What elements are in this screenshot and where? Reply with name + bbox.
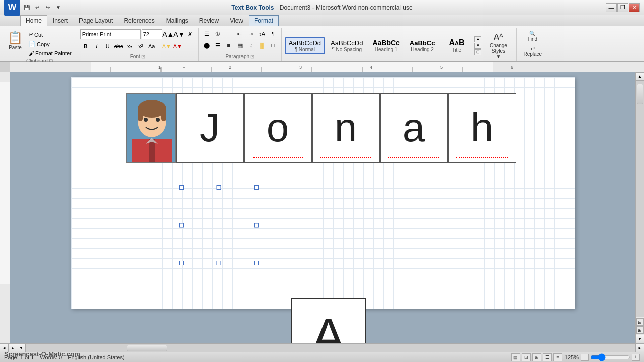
customize-qa-button[interactable]: ▼ — [54, 3, 63, 12]
handle-bottom-center[interactable] — [216, 261, 221, 265]
multilevel-button[interactable]: ≡ — [224, 29, 234, 38]
decrease-indent-button[interactable]: ⇤ — [235, 29, 245, 38]
paragraph-expand-icon[interactable]: ⊡ — [250, 54, 254, 59]
bold-button[interactable]: B — [80, 42, 91, 51]
handle-middle-right[interactable] — [254, 223, 259, 228]
borders-button[interactable]: □ — [268, 41, 278, 50]
show-marks-button[interactable]: ¶ — [268, 29, 278, 38]
handle-top-right[interactable] — [254, 185, 259, 190]
font-expand-icon[interactable]: ⊡ — [141, 54, 145, 59]
tab-view[interactable]: View — [224, 15, 249, 26]
scroll-track[interactable] — [636, 81, 644, 317]
paste-button[interactable]: 📋 Paste — [5, 29, 25, 52]
web-layout-button[interactable]: ⊞ — [532, 353, 541, 361]
redo-button[interactable]: ↪ — [43, 3, 52, 12]
grow-font-button[interactable]: A▲ — [163, 30, 173, 39]
window-controls: — ❐ ✕ — [606, 3, 640, 12]
styles-scroll-more[interactable]: ⊞ — [474, 49, 481, 55]
tab-insert[interactable]: Insert — [47, 15, 73, 26]
sort-button[interactable]: ↕A — [257, 29, 267, 38]
outline-view-button[interactable]: ☰ — [543, 353, 552, 361]
handle-top-left[interactable] — [179, 185, 184, 190]
change-styles-button[interactable]: Aᴬ ChangeStyles ▼ — [483, 29, 513, 62]
scroll-thumb[interactable] — [637, 84, 643, 104]
increase-indent-button[interactable]: ⇥ — [246, 29, 256, 38]
paragraph-group: ☰ ① ≡ ⇤ ⇥ ↕A ¶ ⬤ ☰ ≡ ▤ ↕ ▓ □ Paragraph ⊡ — [199, 28, 282, 61]
tab-page-layout[interactable]: Page Layout — [73, 15, 118, 26]
full-screen-button[interactable]: ⊡ — [522, 353, 531, 361]
h-scroll-thumb[interactable] — [127, 345, 167, 351]
main-area: J o n a h — [0, 72, 644, 343]
undo-button[interactable]: ↩ — [33, 3, 42, 12]
tab-mailings[interactable]: Mailings — [160, 15, 194, 26]
subscript-button[interactable]: x₂ — [125, 42, 135, 51]
font-name-input[interactable] — [80, 29, 141, 39]
zoom-in-button[interactable]: + — [632, 354, 640, 361]
underline-button[interactable]: U — [103, 42, 113, 51]
replace-button[interactable]: ⇄ Replace — [520, 44, 545, 58]
find-button[interactable]: 🔍 Find — [520, 29, 545, 43]
handle-bottom-right[interactable] — [254, 261, 259, 265]
shrink-font-button[interactable]: A▼ — [174, 30, 184, 39]
align-center-button[interactable]: ☰ — [213, 41, 223, 50]
close-button[interactable]: ✕ — [629, 3, 640, 12]
svg-text:2: 2 — [229, 65, 231, 70]
styles-scroll-down[interactable]: ▼ — [474, 43, 481, 49]
copy-button[interactable]: 📄 Copy — [27, 40, 74, 48]
handle-bottom-left[interactable] — [179, 261, 184, 265]
change-case-button[interactable]: Aa — [147, 42, 157, 51]
restore-button[interactable]: ❐ — [617, 3, 628, 12]
shading-button[interactable]: ▓ — [257, 41, 267, 50]
style-no-spacing[interactable]: AaBbCcDd ¶ No Spacing — [327, 37, 367, 54]
text-box-a[interactable]: A — [291, 298, 366, 343]
save-button[interactable]: 💾 — [22, 3, 31, 12]
draft-view-button[interactable]: ≡ — [553, 353, 562, 361]
tab-format[interactable]: Format — [249, 15, 279, 26]
letter-j: J — [200, 105, 220, 151]
style-h1[interactable]: AaBbCc Heading 1 — [368, 37, 404, 54]
svg-rect-1 — [91, 62, 493, 72]
cut-button[interactable]: ✂ Cut — [27, 30, 74, 39]
scroll-down-button[interactable]: ▼ — [636, 335, 645, 343]
change-styles-arrow: ▼ — [496, 54, 501, 59]
zoom-out-button[interactable]: − — [581, 354, 589, 361]
tab-references[interactable]: References — [118, 15, 160, 26]
font-color-button[interactable]: A▼ — [173, 42, 183, 51]
align-right-button[interactable]: ≡ — [224, 41, 234, 50]
h-scroll-track[interactable] — [26, 344, 635, 352]
handle-top-center[interactable] — [216, 185, 221, 190]
horizontal-scrollbar: ◄ ▲ ▼ ► — [0, 343, 644, 352]
document-area[interactable]: J o n a h — [10, 72, 635, 343]
zoom-slider[interactable] — [590, 355, 630, 360]
font-size-input[interactable] — [142, 29, 162, 39]
svg-point-25 — [156, 118, 160, 122]
clear-formatting-button[interactable]: ✗ — [185, 30, 195, 39]
full-page-button[interactable]: ⊞ — [636, 326, 644, 334]
split-view-button[interactable]: ⊟ — [636, 318, 644, 326]
format-painter-button[interactable]: 🖌 Format Painter — [27, 49, 74, 57]
text-box-container[interactable]: A — [181, 187, 257, 263]
align-left-button[interactable]: ⬤ — [202, 41, 212, 50]
style-title[interactable]: AaB Title — [440, 36, 473, 55]
line-spacing-button[interactable]: ↕ — [246, 41, 256, 50]
tab-home[interactable]: Home — [20, 15, 47, 26]
style-normal[interactable]: AaBbCcDd ¶ Normal — [285, 37, 325, 54]
tab-review[interactable]: Review — [194, 15, 224, 26]
formatting-row: B I U abc x₂ x² Aa A▼ A▼ — [80, 42, 183, 51]
scroll-up-button[interactable]: ▲ — [636, 72, 645, 81]
numbering-button[interactable]: ① — [213, 29, 223, 38]
italic-button[interactable]: I — [92, 42, 102, 51]
style-h2[interactable]: AaBbCc Heading 2 — [406, 37, 439, 54]
minimize-button[interactable]: — — [606, 3, 617, 12]
highlight-button[interactable]: A▼ — [162, 42, 172, 51]
status-bar: Page: 1 of 1 Words: 0 English (United St… — [0, 352, 644, 362]
h-scroll-right-button[interactable]: ► — [635, 344, 644, 352]
styles-scroll-up[interactable]: ▲ — [474, 36, 481, 42]
superscript-button[interactable]: x² — [136, 42, 146, 51]
handle-middle-left[interactable] — [179, 223, 184, 228]
bullets-button[interactable]: ☰ — [202, 29, 212, 38]
style-h2-label: Heading 2 — [411, 47, 434, 52]
print-layout-button[interactable]: ▤ — [511, 353, 520, 361]
strikethrough-button[interactable]: abc — [114, 42, 124, 51]
justify-button[interactable]: ▤ — [235, 41, 245, 50]
